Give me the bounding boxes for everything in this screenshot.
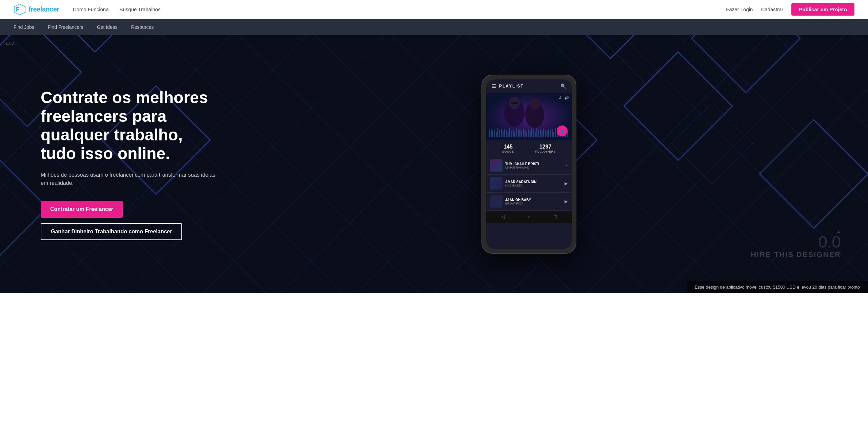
svg-rect-28 [492, 131, 493, 137]
svg-rect-26 [489, 130, 490, 137]
subnav-find-jobs[interactable]: Find Jobs [14, 23, 34, 31]
version-tag: 1.00 [5, 41, 14, 46]
svg-rect-59 [545, 130, 546, 137]
svg-rect-35 [504, 129, 505, 137]
track-info: JAAN OH BABY BROWNFOX [505, 198, 562, 205]
earn-button[interactable]: Ganhar Dinheiro Trabalhando como Freelan… [41, 223, 182, 240]
phone-screen: ☰ PLAYLIST 🔍 [486, 79, 572, 249]
svg-rect-49 [528, 129, 529, 137]
phone-follow-button[interactable]: 👤 [557, 125, 568, 136]
hero-title: Contrate os melhores freelancers para qu… [41, 88, 217, 163]
register-link[interactable]: Cadastrar [761, 6, 783, 12]
phone-nav-bar: ◁ ○ □ [486, 211, 572, 223]
svg-rect-47 [525, 130, 526, 137]
svg-rect-30 [496, 132, 497, 137]
hero-subtitle: Milhões de pessoas usam o freelancer.com… [41, 171, 217, 187]
phone-stat-followers: 1297 FOLLOWERS [535, 144, 556, 153]
track-info: AMAR SARATA DIN NACHIKETA [505, 180, 562, 187]
phone-songs-count: 145 [502, 144, 514, 150]
phone-followers-label: FOLLOWERS [535, 150, 556, 153]
svg-rect-63 [552, 129, 553, 137]
svg-rect-56 [540, 129, 541, 137]
hero-buttons: Contratar um Freelancer Ganhar Dinheiro … [41, 201, 217, 240]
phone-stat-songs: 145 SONGS [502, 144, 514, 153]
subnav-get-ideas[interactable]: Get Ideas [97, 23, 118, 31]
svg-point-24 [530, 98, 540, 110]
phone-person-icon: 👤 [560, 129, 564, 133]
nav-como-funciona[interactable]: Como Funciona [73, 6, 109, 12]
svg-rect-31 [497, 128, 498, 137]
svg-rect-50 [530, 131, 531, 137]
svg-rect-44 [519, 129, 520, 137]
publish-button[interactable]: Publicar um Projeto [791, 3, 854, 16]
phone-recents-icon[interactable]: □ [554, 214, 557, 219]
logo[interactable]: F freelancer [14, 3, 59, 16]
svg-rect-57 [541, 131, 542, 137]
svg-rect-45 [521, 131, 522, 137]
svg-rect-61 [548, 129, 549, 137]
svg-rect-46 [523, 129, 524, 137]
svg-rect-37 [508, 132, 509, 137]
track-title: JAAN OH BABY [505, 198, 562, 202]
phone-home-icon[interactable]: ○ [528, 214, 531, 219]
svg-rect-41 [514, 132, 515, 137]
track-artist: NACHIKETA [505, 184, 562, 187]
hero-caption: Esse design de aplicativo móvel custou $… [687, 281, 868, 293]
svg-rect-33 [501, 129, 502, 137]
svg-rect-36 [506, 130, 507, 137]
track-artist: MINAR RAHMAN [505, 166, 563, 169]
svg-rect-39 [511, 131, 512, 137]
logo-text: freelancer [28, 5, 59, 13]
track-info: TUMI CHAILE BRISTI MINAR RAHMAN [505, 162, 563, 169]
track-thumb [490, 177, 502, 190]
phone-stats: 145 SONGS 1297 FOLLOWERS [486, 140, 572, 157]
svg-rect-34 [502, 131, 504, 137]
svg-rect-52 [533, 130, 534, 137]
track-title: TUMI CHAILE BRISTI [505, 162, 563, 166]
sub-nav: Find Jobs Find Freelancers Get Ideas Res… [0, 19, 868, 35]
svg-rect-64 [553, 132, 554, 137]
list-item[interactable]: JAAN OH BABY BROWNFOX ▶ [486, 193, 572, 211]
svg-rect-58 [543, 129, 544, 137]
svg-rect-51 [531, 128, 532, 137]
list-item[interactable]: TUMI CHAILE BRISTI MINAR RAHMAN ● [486, 157, 572, 175]
track-play-icon: ▶ [565, 181, 568, 186]
phone-track-list: TUMI CHAILE BRISTI MINAR RAHMAN ● AMAR S… [486, 157, 572, 211]
phone-controls: ↺ 🔊 [558, 96, 569, 100]
top-nav-links: Como Funciona Busque Trabalhos [73, 6, 726, 12]
svg-rect-40 [513, 130, 514, 137]
svg-rect-42 [516, 128, 517, 137]
svg-rect-60 [547, 131, 548, 137]
nav-busque-trabalhos[interactable]: Busque Trabalhos [120, 6, 161, 12]
login-link[interactable]: Fazer Login [726, 6, 753, 12]
hero-section: 1.00 Contrate os melhores freelancers pa… [0, 35, 868, 293]
svg-rect-53 [535, 132, 536, 137]
svg-text:F: F [16, 6, 19, 13]
hero-content: Contrate os melhores freelancers para qu… [0, 54, 868, 274]
svg-rect-54 [536, 128, 537, 137]
svg-rect-29 [494, 130, 495, 137]
track-thumb [490, 195, 502, 208]
phone-mockup-area: ☰ PLAYLIST 🔍 [217, 75, 841, 254]
phone-header: ☰ PLAYLIST 🔍 [486, 79, 572, 93]
svg-rect-32 [499, 130, 500, 137]
hero-text-block: Contrate os melhores freelancers para qu… [41, 88, 217, 240]
svg-rect-25 [511, 102, 517, 104]
phone-device: ☰ PLAYLIST 🔍 [481, 75, 576, 254]
svg-rect-38 [509, 128, 510, 137]
phone-volume-icon: 🔊 [564, 96, 569, 100]
hire-button[interactable]: Contratar um Freelancer [41, 201, 123, 218]
phone-refresh-icon: ↺ [558, 96, 561, 100]
phone-menu-icon: ☰ [492, 83, 496, 89]
svg-rect-65 [555, 128, 556, 137]
phone-header-left: ☰ PLAYLIST [492, 83, 524, 89]
phone-songs-label: SONGS [502, 150, 514, 153]
list-item[interactable]: AMAR SARATA DIN NACHIKETA ▶ [486, 175, 572, 193]
phone-hero-image: ↺ 🔊 👤 [486, 93, 572, 140]
subnav-resources[interactable]: Resources [131, 23, 154, 31]
track-thumb [490, 159, 502, 172]
subnav-find-freelancers[interactable]: Find Freelancers [48, 23, 83, 31]
phone-followers-count: 1297 [535, 144, 556, 150]
phone-back-icon[interactable]: ◁ [501, 214, 505, 219]
track-artist: BROWNFOX [505, 202, 562, 205]
